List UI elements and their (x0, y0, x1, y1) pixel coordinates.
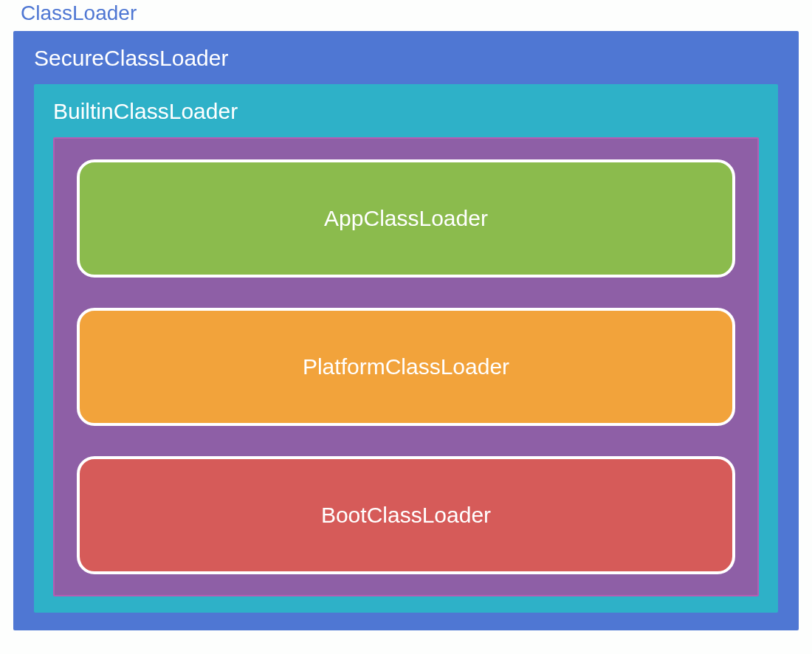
app-classloader-label: AppClassLoader (324, 206, 488, 231)
platform-classloader-pill: PlatformClassLoader (77, 308, 735, 426)
platform-classloader-label: PlatformClassLoader (303, 354, 509, 379)
inner-container-box: AppClassLoader PlatformClassLoader BootC… (53, 137, 759, 596)
app-classloader-pill: AppClassLoader (77, 159, 735, 278)
secure-classloader-box: SecureClassLoader BuiltinClassLoader App… (13, 31, 799, 630)
builtin-classloader-label: BuiltinClassLoader (53, 99, 759, 124)
secure-classloader-label: SecureClassLoader (34, 46, 778, 71)
boot-classloader-label: BootClassLoader (321, 503, 491, 528)
boot-classloader-pill: BootClassLoader (77, 456, 735, 574)
diagram-stage: ClassLoader SecureClassLoader BuiltinCla… (0, 0, 812, 654)
classloader-label: ClassLoader (21, 1, 137, 25)
builtin-classloader-box: BuiltinClassLoader AppClassLoader Platfo… (34, 84, 778, 613)
